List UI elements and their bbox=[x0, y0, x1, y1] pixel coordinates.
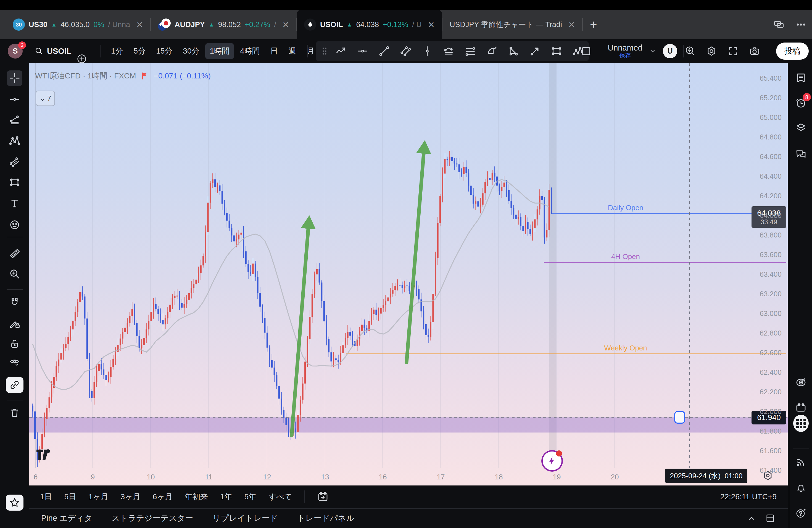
tool-magnet-icon[interactable] bbox=[7, 295, 23, 310]
drawing-tools-pill bbox=[316, 41, 589, 61]
close-tab-icon[interactable]: ✕ bbox=[136, 20, 143, 30]
clock-label[interactable]: 22:26:11 UTC+9 bbox=[720, 493, 777, 501]
tool-ruler-icon[interactable] bbox=[7, 246, 23, 261]
alerts-panel-icon[interactable]: 8 bbox=[793, 95, 809, 111]
close-tab-icon[interactable]: ✕ bbox=[428, 20, 435, 30]
browser-tab-audjpy[interactable]: AUDJPY▲98.052+0.27%/✕ bbox=[151, 10, 296, 39]
flag-icon[interactable] bbox=[141, 72, 149, 80]
tool-zoom-in-icon[interactable] bbox=[7, 266, 23, 282]
range-すべて[interactable]: すべて bbox=[269, 492, 292, 502]
chat-panel-icon[interactable] bbox=[793, 146, 809, 162]
browser-tab-usoil[interactable]: USOIL▲64.038+0.13%/ U✕ bbox=[297, 10, 442, 39]
ideas-panel-icon[interactable] bbox=[793, 375, 809, 390]
tool-star-icon[interactable] bbox=[6, 495, 24, 511]
tool-trash-icon[interactable] bbox=[7, 405, 23, 420]
vertical-line-tool-icon[interactable] bbox=[421, 45, 433, 57]
browser-tab-us30[interactable]: 30US30▲46,035.00%/ Unna✕ bbox=[5, 10, 150, 39]
arrow-tool-icon[interactable] bbox=[529, 45, 541, 57]
chart-area[interactable]: Daily Open4H OpenWeekly Open WTI原油CFD · … bbox=[29, 63, 788, 485]
double-trend-tool-icon[interactable] bbox=[400, 45, 412, 57]
panel-tab-トレードパネル[interactable]: トレードパネル bbox=[297, 513, 354, 524]
timeframe-15分[interactable]: 15分 bbox=[151, 43, 177, 59]
drag-handle-icon[interactable] bbox=[321, 46, 328, 57]
brush-check-tool-icon[interactable] bbox=[486, 45, 498, 57]
object-tree-panel-icon[interactable] bbox=[793, 120, 809, 135]
polyline-tool-icon[interactable] bbox=[443, 45, 455, 57]
notification-count-badge: 3 bbox=[18, 41, 26, 49]
publish-button[interactable]: 投稿 bbox=[776, 43, 809, 60]
indicators-collapse-button[interactable]: ⌄ 7 bbox=[35, 91, 55, 106]
timeframe-1分[interactable]: 1分 bbox=[106, 43, 128, 59]
range-3ヶ月[interactable]: 3ヶ月 bbox=[120, 492, 140, 502]
chevron-down-icon[interactable] bbox=[649, 47, 657, 55]
range-5日[interactable]: 5日 bbox=[64, 492, 76, 502]
fullscreen-icon[interactable] bbox=[725, 43, 741, 59]
range-1ヶ月[interactable]: 1ヶ月 bbox=[88, 492, 108, 502]
tool-parallel-channel-icon[interactable] bbox=[7, 154, 23, 169]
tool-xabcd-pattern-icon[interactable] bbox=[7, 133, 23, 149]
tool-shapes-icon[interactable] bbox=[7, 175, 23, 190]
zigzag-arrow-icon[interactable] bbox=[335, 45, 347, 57]
layout-name-button[interactable]: Unnamed 保存 bbox=[608, 44, 642, 59]
tool-crosshair-icon[interactable] bbox=[7, 70, 23, 86]
news-panel-icon[interactable] bbox=[793, 454, 809, 470]
help-panel-icon[interactable] bbox=[793, 505, 809, 521]
chevron-up-icon[interactable] bbox=[746, 513, 757, 524]
panel-tab-リプレイトレード[interactable]: リプレイトレード bbox=[213, 513, 278, 524]
tool-emoji-icon[interactable] bbox=[7, 217, 23, 233]
settings-icon[interactable] bbox=[704, 43, 719, 59]
panel-tab-ストラテジーテスター[interactable]: ストラテジーテスター bbox=[112, 513, 193, 524]
notifications-panel-icon[interactable] bbox=[793, 480, 809, 496]
camera-icon[interactable] bbox=[747, 43, 762, 59]
new-tab-button[interactable]: + bbox=[583, 10, 604, 39]
tool-trend-line-icon[interactable] bbox=[7, 92, 23, 107]
layout-icon[interactable] bbox=[578, 43, 594, 59]
horizontal-line-tool-icon[interactable] bbox=[357, 45, 369, 57]
timeframe-1時間[interactable]: 1時間 bbox=[205, 43, 234, 59]
price-axis-tick: 65.200 bbox=[737, 93, 782, 102]
quick-search-icon[interactable] bbox=[682, 43, 698, 59]
range-6ヶ月[interactable]: 6ヶ月 bbox=[153, 492, 173, 502]
tool-hide-icon[interactable] bbox=[7, 355, 23, 370]
timeframe-4時間[interactable]: 4時間 bbox=[236, 43, 264, 59]
timeframe-週[interactable]: 週 bbox=[284, 43, 301, 59]
save-label[interactable]: 保存 bbox=[619, 52, 631, 59]
range-1年[interactable]: 1年 bbox=[220, 492, 232, 502]
range-年初来[interactable]: 年初来 bbox=[185, 492, 208, 502]
symbol-search[interactable]: USOIL bbox=[34, 46, 72, 56]
browser-tab-usdjpy-seasonal[interactable]: USDJPY 季節性チャート — Tradi✕ bbox=[443, 10, 582, 39]
up-triangle-icon: ▲ bbox=[52, 21, 57, 28]
tool-text-icon[interactable] bbox=[7, 196, 23, 211]
trend-line-tool-icon[interactable] bbox=[378, 45, 390, 57]
user-circle-badge[interactable]: U bbox=[663, 44, 677, 58]
range-5年[interactable]: 5年 bbox=[244, 492, 256, 502]
go-to-date-icon[interactable] bbox=[317, 491, 329, 503]
chart-legend[interactable]: WTI原油CFD · 1時間 · FXCM −0.071 (−0.11%) bbox=[35, 71, 211, 81]
chart-canvas[interactable]: Daily Open4H OpenWeekly Open bbox=[29, 63, 788, 468]
watchlist-panel-icon[interactable] bbox=[793, 70, 809, 86]
timeframe-5分[interactable]: 5分 bbox=[129, 43, 150, 59]
tab-symbol: AUDJPY bbox=[175, 20, 205, 29]
calendar-panel-icon[interactable] bbox=[793, 400, 809, 415]
tool-fib-tool-icon[interactable] bbox=[7, 113, 23, 128]
rectangle-tool-icon[interactable] bbox=[550, 45, 563, 57]
timeframe-30分[interactable]: 30分 bbox=[178, 43, 204, 59]
tool-link-icon[interactable] bbox=[6, 377, 24, 393]
fib-retracement-tool-icon[interactable] bbox=[464, 45, 476, 57]
expand-panel-icon[interactable] bbox=[765, 513, 775, 524]
more-icon[interactable] bbox=[795, 19, 807, 30]
timeframe-日[interactable]: 日 bbox=[266, 43, 282, 59]
triangle-tool-icon[interactable] bbox=[507, 45, 520, 57]
tab-suffix: / Unna bbox=[108, 20, 130, 29]
lightning-badge[interactable] bbox=[541, 450, 563, 472]
time-axis-tick: 9 bbox=[91, 470, 95, 484]
close-tab-icon[interactable]: ✕ bbox=[282, 20, 289, 30]
tool-drawing-lock-icon[interactable] bbox=[7, 316, 23, 331]
range-1日[interactable]: 1日 bbox=[40, 492, 52, 502]
displays-icon[interactable] bbox=[773, 19, 784, 30]
close-tab-icon[interactable]: ✕ bbox=[568, 20, 575, 30]
tool-lock-icon[interactable] bbox=[7, 336, 23, 351]
apps-panel-icon[interactable] bbox=[793, 415, 809, 431]
main-toolbar: S 3 USOIL 1分5分15分30分1時間4時間日週月 Unnamed 保存… bbox=[0, 39, 812, 63]
panel-tab-Pine エディタ[interactable]: Pine エディタ bbox=[41, 513, 92, 524]
